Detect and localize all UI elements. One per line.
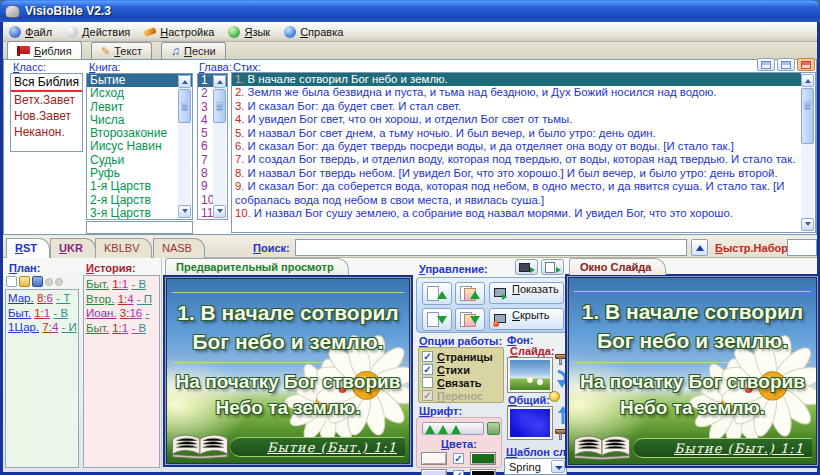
- next-verse-button[interactable]: [455, 308, 485, 331]
- verse-item[interactable]: 8.И назвал Бог твердь небом. [И увидел Б…: [232, 167, 801, 180]
- translation-tab-kblbv[interactable]: KBLBV: [95, 238, 152, 258]
- plan-item[interactable]: 1Цар. 7:4 - И: [8, 320, 78, 335]
- book-item[interactable]: Руфь: [87, 167, 192, 180]
- general-background-thumbnail[interactable]: [507, 406, 553, 440]
- class-item[interactable]: Вся Библия: [11, 74, 82, 92]
- prev-page-button[interactable]: [422, 282, 452, 305]
- scroll-up-icon[interactable]: [178, 75, 191, 88]
- option-pages[interactable]: ✓Страницы: [422, 350, 503, 363]
- preview-tab[interactable]: Предварительный просмотр: [165, 258, 349, 275]
- book-item[interactable]: Исход: [87, 87, 192, 100]
- title-bar[interactable]: VisioBible V2.3: [0, 0, 820, 22]
- slide-background-thumbnail[interactable]: [507, 357, 553, 393]
- verse-item[interactable]: 1.В начале сотворил Бог небо и землю.: [232, 73, 801, 86]
- search-input[interactable]: [295, 239, 687, 256]
- open-plan-icon[interactable]: [19, 276, 30, 287]
- slide-template-select[interactable]: Spring: [504, 458, 567, 475]
- verse-item[interactable]: 4.И увидел Бог свет, что он хорош, и отд…: [232, 113, 801, 126]
- view-single-button[interactable]: [797, 58, 815, 71]
- checkbox[interactable]: [422, 377, 433, 388]
- book-item[interactable]: Левит: [87, 101, 192, 114]
- history-item[interactable]: Втор. 1:4 - П: [86, 292, 159, 307]
- save-plan-icon[interactable]: [32, 276, 43, 287]
- chapter-scrollbar[interactable]: [213, 75, 226, 218]
- class-item[interactable]: Неканон.: [11, 124, 82, 140]
- scroll-down-icon[interactable]: [213, 205, 226, 218]
- tab-text[interactable]: ✎Текст: [91, 42, 152, 59]
- font-save-button[interactable]: [487, 422, 500, 435]
- scroll-up-icon[interactable]: [213, 75, 226, 88]
- next-page-button[interactable]: [422, 308, 452, 331]
- view-horizontal-button[interactable]: [777, 58, 795, 71]
- verse-item[interactable]: 3.И сказал Бог: да будет свет. И стал св…: [232, 100, 801, 113]
- book-item[interactable]: Числа: [87, 114, 192, 127]
- menu-settings[interactable]: Настройка: [138, 24, 222, 40]
- history-item[interactable]: Быт. 1:1 - В: [86, 321, 159, 336]
- menu-language[interactable]: Язык: [222, 24, 278, 40]
- book-item[interactable]: 3-я Царств: [87, 207, 192, 220]
- menu-help[interactable]: Справка: [278, 24, 351, 40]
- view-split-button[interactable]: [757, 58, 775, 71]
- plan-item[interactable]: Мар. 8:6 - Т: [8, 291, 78, 306]
- book-quick-input[interactable]: [86, 221, 193, 234]
- menu-file[interactable]: Файл: [3, 24, 60, 40]
- book-item[interactable]: Судьи: [87, 154, 192, 167]
- verse-scrollbar[interactable]: [801, 74, 814, 231]
- search-up-button[interactable]: [691, 239, 708, 256]
- scroll-up-icon[interactable]: [801, 74, 814, 87]
- prev-verse-button[interactable]: [455, 282, 485, 305]
- book-item[interactable]: 1-я Царств: [87, 180, 192, 193]
- scroll-thumb[interactable]: [213, 89, 226, 123]
- book-item[interactable]: Второзаконие: [87, 127, 192, 140]
- menu-actions[interactable]: Действия: [60, 24, 138, 40]
- verse-item[interactable]: 10.И назвал Бог сушу землею, а собрание …: [232, 207, 801, 220]
- checkbox[interactable]: ✓: [453, 470, 464, 475]
- history-item[interactable]: Быт. 1:1 - В: [86, 277, 159, 292]
- book-scrollbar[interactable]: [178, 75, 191, 218]
- book-item[interactable]: Бытие: [87, 74, 192, 87]
- book-item[interactable]: 2-я Царств: [87, 194, 192, 207]
- outline-color-swatch[interactable]: [470, 452, 496, 465]
- font-increase-icon[interactable]: [438, 425, 448, 434]
- tab-songs[interactable]: ♫Песни: [161, 42, 226, 59]
- slide-window-tab[interactable]: Окно Слайда: [569, 258, 666, 275]
- hide-button[interactable]: Скрыть: [489, 308, 564, 330]
- text-fill-swatch[interactable]: [421, 452, 447, 465]
- quickset-input[interactable]: [787, 239, 817, 256]
- checkbox[interactable]: ✓: [422, 364, 433, 375]
- tab-bible[interactable]: Библия: [7, 41, 82, 59]
- option-link[interactable]: Связать: [422, 376, 503, 389]
- option-verses[interactable]: ✓Стихи: [422, 363, 503, 376]
- shadow-color-swatch[interactable]: [470, 469, 496, 475]
- show-button[interactable]: Показать: [489, 282, 564, 304]
- secondary-fill-swatch[interactable]: [421, 469, 447, 475]
- send-page-button[interactable]: [541, 259, 564, 275]
- dropdown-arrow-icon[interactable]: [551, 460, 565, 473]
- checkbox[interactable]: ✓: [453, 453, 464, 464]
- show-on-monitor-button[interactable]: [515, 259, 538, 275]
- history-item[interactable]: Иоан. 3:16 -: [86, 306, 159, 321]
- scroll-thumb[interactable]: [801, 88, 814, 144]
- font-size-bar[interactable]: [422, 422, 484, 435]
- translation-tab-nasb[interactable]: NASB: [153, 238, 205, 258]
- scroll-thumb[interactable]: [178, 89, 191, 123]
- checkbox[interactable]: ✓: [422, 351, 433, 362]
- font-increase-icon[interactable]: [425, 425, 435, 434]
- translation-tab-ukr[interactable]: UKR: [50, 238, 96, 258]
- book-item[interactable]: Иисус Навин: [87, 140, 192, 153]
- verse-item[interactable]: 7.И создал Бог твердь, и отделил воду, к…: [232, 153, 801, 166]
- verse-item[interactable]: 6.И сказал Бог: да будет твердь посреди …: [232, 140, 801, 153]
- class-item[interactable]: Нов.Завет: [11, 108, 82, 124]
- verse-item[interactable]: 9.И сказал Бог: да соберется вода, котор…: [232, 180, 801, 207]
- plan-item[interactable]: Быт. 1:1 - В: [8, 306, 78, 321]
- class-item[interactable]: Ветх.Завет: [11, 92, 82, 108]
- font-increase-icon[interactable]: [451, 425, 461, 434]
- translation-tab-rst[interactable]: RST: [6, 238, 50, 258]
- new-plan-icon[interactable]: [6, 276, 17, 287]
- scroll-down-icon[interactable]: [178, 205, 191, 218]
- scroll-down-icon[interactable]: [801, 218, 814, 231]
- lightbulb-icon[interactable]: [549, 391, 560, 402]
- plan-list: Мар. 8:6 - Т Быт. 1:1 - В 1Цар. 7:4 - И: [5, 289, 79, 468]
- verse-item[interactable]: 2.Земля же была безвидна и пуста, и тьма…: [232, 86, 801, 99]
- verse-item[interactable]: 5.И назвал Бог свет днем, а тьму ночью. …: [232, 127, 801, 140]
